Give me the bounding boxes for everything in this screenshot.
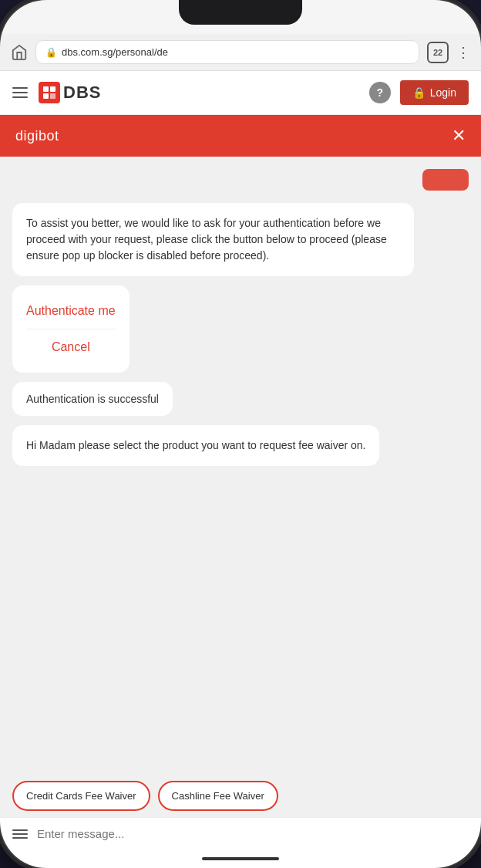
select-product-bubble: Hi Madam please select the product you w… bbox=[12, 425, 379, 466]
login-button[interactable]: 🔒 Login bbox=[400, 80, 469, 105]
url-bar[interactable]: 🔒 dbs.com.sg/personal/de bbox=[35, 40, 419, 64]
auth-success-bubble: Authentication is successful bbox=[12, 382, 173, 416]
svg-rect-2 bbox=[43, 93, 49, 99]
cashline-fee-waiver-button[interactable]: Cashline Fee Waiver bbox=[158, 781, 278, 811]
hamburger-menu[interactable] bbox=[12, 87, 28, 98]
message-menu-button[interactable] bbox=[12, 829, 28, 839]
bot-message-1-text: To assist you better, we would like to a… bbox=[26, 215, 400, 264]
message-input[interactable] bbox=[37, 827, 469, 840]
digibot-header: digibot ✕ bbox=[0, 115, 481, 157]
dbs-header: DBS ? 🔒 Login bbox=[0, 71, 481, 115]
help-button[interactable]: ? bbox=[369, 82, 391, 103]
dbs-logo-icon bbox=[39, 82, 60, 103]
authenticate-me-button[interactable]: Authenticate me bbox=[26, 296, 116, 326]
partial-button[interactable] bbox=[422, 169, 469, 191]
bot-message-1: To assist you better, we would like to a… bbox=[12, 203, 414, 276]
dbs-logo: DBS bbox=[39, 82, 101, 103]
cancel-button[interactable]: Cancel bbox=[26, 333, 116, 362]
select-product-text: Hi Madam please select the product you w… bbox=[26, 437, 365, 454]
home-icon[interactable] bbox=[11, 44, 28, 61]
digibot-close-button[interactable]: ✕ bbox=[452, 126, 466, 146]
phone-notch bbox=[179, 0, 302, 25]
header-right: ? 🔒 Login bbox=[369, 80, 469, 105]
dbs-logo-text: DBS bbox=[63, 83, 101, 103]
lock-icon-login: 🔒 bbox=[412, 86, 426, 99]
auth-success-text: Authentication is successful bbox=[26, 393, 159, 405]
nav-left: DBS bbox=[12, 82, 101, 103]
message-bar bbox=[0, 817, 481, 849]
home-indicator bbox=[202, 857, 279, 860]
login-label: Login bbox=[430, 86, 456, 99]
browser-bar: 🔒 dbs.com.sg/personal/de 22 ⋮ bbox=[0, 34, 481, 71]
chat-area: To assist you better, we would like to a… bbox=[0, 157, 481, 773]
browser-menu-icon[interactable]: ⋮ bbox=[456, 44, 470, 61]
action-divider bbox=[26, 329, 116, 329]
quick-reply-area: Credit Cards Fee Waiver Cashline Fee Wai… bbox=[0, 773, 481, 817]
url-text: dbs.com.sg/personal/de bbox=[62, 46, 168, 58]
lock-icon: 🔒 bbox=[45, 47, 57, 58]
phone-frame: 🔒 dbs.com.sg/personal/de 22 ⋮ DBS bbox=[0, 0, 481, 868]
digibot-title: digibot bbox=[15, 128, 59, 144]
tab-count[interactable]: 22 bbox=[427, 42, 449, 63]
credit-cards-fee-waiver-button[interactable]: Credit Cards Fee Waiver bbox=[12, 781, 150, 811]
phone-bottom-bar bbox=[0, 849, 481, 868]
chat-actions-bubble: Authenticate me Cancel bbox=[12, 285, 130, 373]
svg-rect-0 bbox=[43, 86, 49, 92]
svg-rect-1 bbox=[50, 86, 56, 92]
